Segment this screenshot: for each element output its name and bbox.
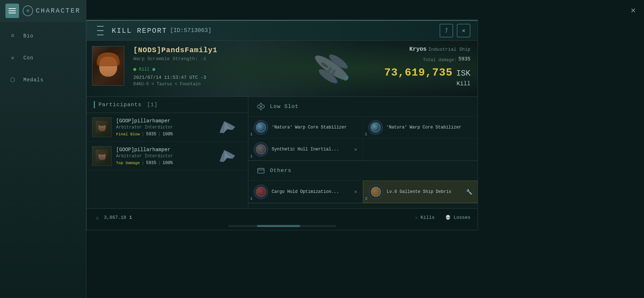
sidebar: ⊕ CHARACTER ≡ Bio ✕ Con ⬡ Medals [0,0,86,298]
hamburger-icon [9,8,16,13]
participant-info: [GOOP]pillarhamper Arbitrator Interdicto… [116,118,214,137]
separator: | [142,132,144,137]
vitruvian-icon: ⊕ [23,5,33,16]
medals-icon: ⬡ [7,74,18,85]
losses-label: Losses [454,215,470,220]
svg-rect-16 [258,168,264,173]
panel-actions: ⤴ ✕ [440,24,470,37]
close-panel-icon: ✕ [462,27,465,34]
list-item: 1 'Natura' Warp Core Stabilizer [248,117,363,139]
others-section: Others 1 Cargo Hold Optimization... ✕ [248,161,478,203]
sidebar-item-contacts[interactable]: ✕ Con [0,47,86,69]
export-icon: ⤴ [445,27,448,34]
table-row: [GOOP]pillarhamper Arbitrator Interdicto… [87,142,248,171]
item-icon [368,120,383,135]
warp-stabilizer-icon [371,122,381,132]
sidebar-item-label: Bio [23,33,33,39]
item-quantity: 1 [250,132,253,136]
stat-icon: ⚔ [94,214,101,221]
kills-stat: ⚔ Kills [415,215,434,220]
low-slot-title: Low Slot [270,104,299,110]
participant-ship-image [214,147,239,165]
item-name: 'Natura' Warp Core Stabilizer [386,125,472,130]
item-name: Synthetic Hull Inertial... [272,147,353,152]
participant-stats: Final Blow | 5935 | 100% [116,130,214,137]
ship-image [290,41,374,97]
hamburger-button[interactable] [5,4,19,18]
participant-ship: Arbitrator Interdictor [116,125,214,130]
damage-stat: 5935 [146,161,156,166]
kill-indicator: Kill [133,67,284,72]
participant-avatar [92,117,112,137]
damage-stat: 5935 [146,132,156,137]
participants-header: Participants [1] [87,97,248,113]
item-icon [254,120,268,135]
total-damage-value: 5935 [458,56,470,62]
scrollbar-track[interactable] [228,225,336,227]
bottom-stats: ⚔ 3,867.18 1 [94,214,132,221]
participant-info: [GOOP]pillarhamper Arbitrator Interdicto… [116,147,214,166]
participant-stats: Top Damage | 5935 | 100% [116,159,214,166]
item-icon [254,142,268,157]
sidebar-nav: ≡ Bio ✕ Con ⬡ Medals [0,22,86,95]
item-quantity: 1 [250,154,253,158]
kill-type: Kill [384,81,470,87]
item-icon [254,185,268,199]
sidebar-item-medals[interactable]: ⬡ Medals [0,69,86,91]
top-damage-label: Top Damage [116,161,140,165]
bottom-bar: ⚔ 3,867.18 1 ⚔ Kills 💀 Losses [87,208,478,226]
item-icon [369,185,383,199]
losses-icon: 💀 [445,215,451,220]
panel-id: [ID:5713063] [170,27,211,34]
ship-debris-icon [371,187,381,197]
list-item: 1 'Natura' Warp Core Stabilizer [363,117,478,139]
sidebar-item-label: Con [23,55,33,61]
scrollbar-area [87,226,478,230]
separator: | [142,161,144,166]
sidebar-item-label: Medals [23,77,43,83]
others-icon [256,165,266,176]
kill-date: 2021/07/14 11:53:47 UTC -3 [133,75,284,80]
close-main-button[interactable]: × [628,5,639,16]
item-name: 'Natura' Warp Core Stabilizer [272,125,357,130]
separator: | [158,132,161,137]
item-quantity: 1 [365,132,367,136]
kill-loss-stats: ⚔ Kills 💀 Losses [415,215,470,220]
participant-name: [GOOP]pillarhamper [116,118,214,124]
participant-name: [GOOP]pillarhamper [116,147,214,153]
scrollbar-thumb[interactable] [257,225,300,227]
cargo-hold-icon [256,187,266,197]
low-slot-items: 1 'Natura' Warp Core Stabilizer 1 'Natur… [248,117,478,161]
isk-value: 73,619,735 [384,67,452,79]
victim-name: [NODS]PandsFamily1 [133,46,284,54]
sidebar-title: CHARACTER [36,7,80,14]
list-item: 1 Synthetic Hull Inertial... ✕ [248,139,363,161]
close-panel-button[interactable]: ✕ [457,24,470,37]
final-blow-label: Final Blow [116,132,140,136]
item-name: Lv.6 Gallente Ship Debris [387,189,464,194]
list-item: 2 Lv.6 Gallente Ship Debris 🔧 [363,181,478,203]
victim-avatar-image [92,46,124,85]
stat-num: 1 [129,215,132,220]
kills-label: Kills [420,215,434,220]
victim-info: [NODS]PandsFamily1 Warp Scramble Strengt… [130,41,287,96]
panel-menu-button[interactable] [94,24,106,37]
participant-avatar-image [92,118,111,137]
remove-item-button[interactable]: ✕ [354,146,357,153]
participant-avatar [92,146,112,166]
export-button[interactable]: ⤴ [440,24,453,37]
others-header: Others [248,161,478,181]
others-title: Others [270,168,291,174]
wrench-icon: 🔧 [466,189,472,195]
stat-value: 3,867.18 [104,215,126,220]
sidebar-item-bio[interactable]: ≡ Bio [0,25,86,47]
table-row: [GOOP]pillarhamper Arbitrator Interdicto… [87,113,248,142]
list-item: 1 Cargo Hold Optimization... ✕ [248,181,363,203]
participants-panel: Participants [1] [GOOP]pill [87,97,248,208]
contacts-icon: ✕ [7,53,18,63]
ship-type: Industrial Ship [428,47,470,52]
kill-stats: Kryos Industrial Ship Total damage: 5935… [377,41,478,96]
remove-item-button[interactable]: ✕ [354,189,357,195]
ship-name: Kryos [409,46,427,53]
kill-dot-right [152,68,155,71]
